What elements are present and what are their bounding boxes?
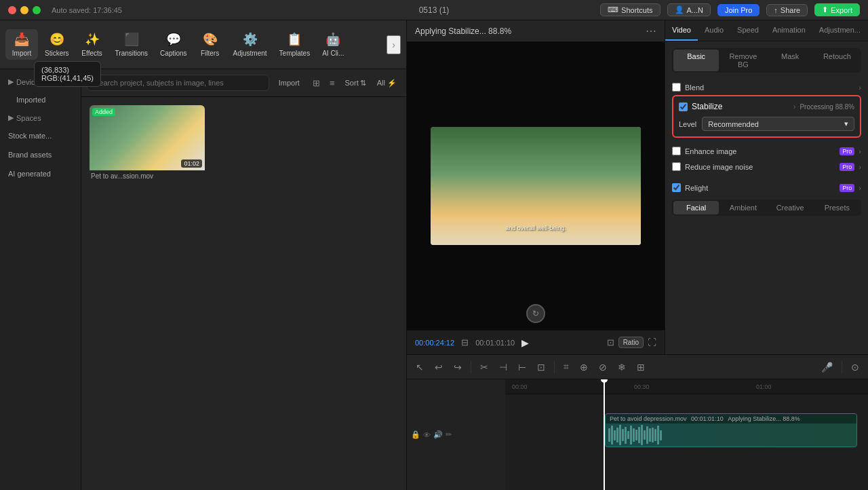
delete-button[interactable]: ⊡	[534, 360, 549, 375]
transitions-icon: ⬛	[124, 32, 139, 47]
relight-tab-facial[interactable]: Facial	[673, 201, 719, 214]
tool-templates[interactable]: 📋 Templates	[274, 29, 316, 60]
waveform-bar	[608, 428, 610, 442]
enhance-image-label: Enhance image	[685, 147, 835, 155]
sidebar-item-stock-mate[interactable]: Stock mate...	[3, 128, 78, 144]
trim-right-button[interactable]: ⊢	[515, 360, 530, 375]
enhance-image-checkbox[interactable]	[672, 147, 681, 155]
track-visibility-button[interactable]: 👁	[423, 431, 431, 439]
relight-checkbox[interactable]	[672, 183, 681, 192]
sub-tab-basic[interactable]: Basic	[673, 50, 719, 71]
clip-waveform	[606, 423, 856, 447]
tool-transitions[interactable]: ⬛ Transitions	[110, 29, 154, 60]
grid-view-button[interactable]: ⊞	[309, 76, 323, 90]
ratio-button[interactable]: Ratio	[618, 337, 644, 348]
minimize-button[interactable]	[20, 6, 28, 14]
track-lock-button[interactable]: 🔒	[411, 430, 420, 439]
playhead[interactable]	[604, 379, 605, 490]
play-button[interactable]: ▶	[521, 337, 529, 348]
timeline-clip[interactable]: Pet to avoid depression.mov 00:01:01:10 …	[605, 413, 857, 447]
list-item[interactable]: Added 01:02 Pet to av...ssion.mov	[90, 105, 205, 182]
reduce-noise-checkbox[interactable]	[672, 162, 681, 171]
sort-button[interactable]: Sort ⇅	[341, 77, 370, 90]
track-audio-button[interactable]: 🔊	[433, 430, 443, 439]
blend-checkbox[interactable]	[672, 83, 681, 92]
blend-row: Blend ›	[672, 79, 861, 95]
crop-tool-button[interactable]: ⌗	[560, 359, 572, 375]
preview-menu-button[interactable]: ⋯	[646, 24, 656, 37]
tab-audio[interactable]: Audio	[698, 20, 730, 41]
sort-icon: ⇅	[360, 79, 366, 88]
sidebar-item-imported[interactable]: Imported	[3, 92, 78, 108]
split-button[interactable]: ⊘	[595, 360, 610, 375]
shortcuts-button[interactable]: ⌨ Shortcuts	[600, 3, 660, 16]
sidebar-item-spaces[interactable]: ▶ Spaces	[3, 111, 78, 125]
time-total: 00:01:01:10	[475, 339, 515, 347]
tool-ai-clip[interactable]: 🤖 AI Cli...	[317, 29, 349, 60]
maximize-button[interactable]	[33, 6, 41, 14]
search-input[interactable]	[87, 75, 269, 91]
relight-tab-presets[interactable]: Presets	[814, 201, 860, 214]
tool-import[interactable]: 📥 Import	[5, 29, 38, 60]
tab-speed[interactable]: Speed	[730, 20, 766, 41]
list-view-button[interactable]: ≡	[326, 76, 338, 90]
share-button[interactable]: ↑ Share	[766, 4, 808, 16]
more-tools-button[interactable]: ⊞	[633, 360, 648, 375]
relight-section: Relight Pro › Facial Ambient Creative Pr…	[672, 180, 861, 216]
waveform-bar	[622, 429, 624, 441]
video-sub-tabs: Basic Remove BG Mask Retouch	[672, 48, 861, 73]
properties-panel: Video Audio Speed Animation Adjustmen...…	[665, 20, 868, 354]
all-filter-button[interactable]: All ⚡	[373, 77, 401, 90]
waveform-bar	[638, 427, 640, 443]
sub-tab-retouch[interactable]: Retouch	[814, 50, 860, 71]
waveform-bar	[619, 425, 621, 445]
tool-captions[interactable]: 💬 Captions	[155, 29, 192, 60]
export-button[interactable]: ⬆ Export	[814, 3, 860, 16]
transform-button[interactable]: ⊕	[576, 360, 591, 375]
stabilize-level-dropdown[interactable]: Recommended ▾	[702, 117, 854, 131]
tab-adjustment[interactable]: Adjustmen...	[812, 20, 867, 41]
chevron-right-icon: ▶	[8, 77, 14, 86]
tool-filters[interactable]: 🎨 Filters	[194, 29, 226, 60]
user-icon: 👤	[675, 5, 684, 14]
mic-button[interactable]: 🎤	[818, 360, 836, 375]
sub-tab-mask[interactable]: Mask	[768, 50, 813, 71]
select-tool-button[interactable]: ↖	[412, 360, 427, 375]
trim-left-button[interactable]: ⊣	[496, 360, 511, 375]
timeline-settings-button[interactable]: ⊙	[848, 360, 863, 375]
sidebar-item-ai-generated[interactable]: AI generated	[3, 166, 78, 182]
close-button[interactable]	[8, 6, 16, 14]
tab-video[interactable]: Video	[665, 20, 698, 41]
stabilize-checkbox[interactable]	[679, 102, 688, 111]
tool-adjustment[interactable]: ⚙️ Adjustment	[228, 29, 273, 60]
import-button[interactable]: Import	[273, 76, 305, 90]
title-bar-actions: ⌨ Shortcuts 👤 A...N Join Pro ↑ Share ⬆ E…	[600, 3, 860, 16]
cut-button[interactable]: ✂	[477, 360, 492, 375]
tool-stickers[interactable]: 😊 Stickers	[39, 29, 75, 60]
user-button[interactable]: 👤 A...N	[667, 3, 711, 16]
tab-animation[interactable]: Animation	[766, 20, 812, 41]
sub-tab-remove-bg[interactable]: Remove BG	[720, 50, 766, 71]
track-edit-button[interactable]: ✏	[446, 430, 452, 439]
fullscreen-button[interactable]: ⛶	[648, 337, 656, 347]
relight-label: Relight	[685, 184, 835, 192]
waveform-bar	[652, 428, 654, 442]
waveform-bar	[611, 426, 613, 445]
undo-button[interactable]: ↩	[431, 360, 446, 375]
fit-button[interactable]: ⊡	[607, 337, 614, 347]
join-pro-button[interactable]: Join Pro	[717, 4, 760, 16]
captions-icon: 💬	[166, 32, 181, 47]
media-library: ▶ Devices Imported ▶ Spaces Stock mate..…	[0, 69, 406, 490]
freeze-button[interactable]: ❄	[614, 360, 629, 375]
toolbar-more-button[interactable]: ›	[387, 35, 401, 54]
redo-button[interactable]: ↪	[450, 360, 465, 375]
reduce-noise-label: Reduce image noise	[685, 163, 835, 171]
sidebar-item-brand-assets[interactable]: Brand assets	[3, 147, 78, 163]
added-badge: Added	[92, 108, 115, 116]
timecode-view-button[interactable]: ⊟	[461, 337, 469, 347]
timeline-track-area: 🔒 👁 🔊 ✏ 00:00 00:30 01:00 01:30 02:00	[407, 379, 868, 490]
tool-effects[interactable]: ✨ Effects	[76, 29, 108, 60]
relight-tab-ambient[interactable]: Ambient	[720, 201, 766, 214]
relight-tab-creative[interactable]: Creative	[768, 201, 813, 214]
video-rotate-button[interactable]: ↻	[526, 304, 545, 323]
